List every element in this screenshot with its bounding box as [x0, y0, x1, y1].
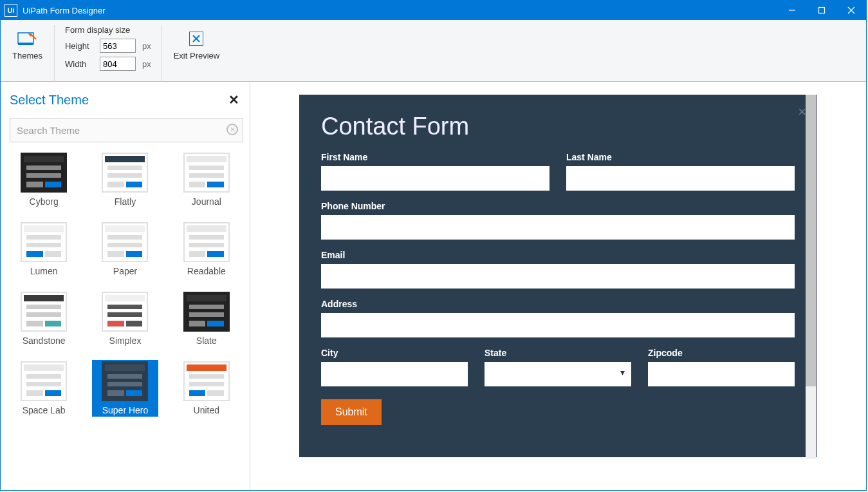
form-preview: × Contact Form First Name Last Name Phon… — [299, 95, 817, 457]
address-label: Address — [321, 299, 795, 309]
theme-item-paper[interactable]: Paper — [92, 221, 158, 278]
email-label: Email — [321, 250, 795, 260]
svg-rect-5 — [18, 43, 33, 45]
theme-item-cyborg[interactable]: Cyborg — [11, 151, 77, 208]
close-icon — [847, 6, 855, 14]
search-theme-input[interactable] — [10, 118, 243, 142]
email-input[interactable] — [321, 264, 795, 289]
zipcode-input[interactable] — [648, 362, 795, 386]
theme-item-united[interactable]: United — [174, 360, 239, 417]
maximize-button[interactable] — [807, 1, 836, 20]
minimize-button[interactable] — [777, 1, 807, 20]
exit-preview-icon — [189, 32, 203, 46]
titlebar: Ui UiPath Form Designer — [1, 1, 866, 20]
minimize-icon — [788, 6, 796, 14]
theme-name: Space Lab — [23, 405, 66, 415]
theme-name: Sandstone — [23, 336, 66, 346]
exit-preview-button[interactable]: Exit Preview — [162, 25, 232, 61]
last-name-input[interactable] — [566, 166, 795, 191]
theme-item-sandstone[interactable]: Sandstone — [11, 290, 77, 347]
zipcode-label: Zipcode — [648, 348, 795, 358]
theme-name: Simplex — [109, 336, 142, 346]
city-input[interactable] — [321, 362, 468, 386]
submit-button[interactable]: Submit — [321, 399, 382, 425]
theme-item-journal[interactable]: Journal — [174, 151, 239, 208]
uipath-logo-icon: Ui — [5, 4, 17, 17]
maximize-icon — [818, 6, 826, 14]
theme-list-scroll[interactable]: Cyborg Flatly Journal Lumen Paper Readab… — [10, 149, 243, 484]
themes-icon — [17, 32, 37, 47]
address-input[interactable] — [321, 313, 795, 337]
form-size-heading: Form display size — [65, 25, 151, 35]
theme-name: Journal — [192, 196, 221, 207]
theme-sidebar: Select Theme ✕ ✕ Cyborg Flatly Journal L… — [1, 82, 250, 490]
px-unit: px — [142, 59, 151, 69]
theme-name: Cyborg — [30, 196, 59, 207]
width-label: Width — [65, 59, 93, 69]
themes-section: Themes — [1, 25, 55, 82]
app-window: Ui UiPath Form Designer Them — [0, 0, 867, 491]
city-label: City — [321, 348, 468, 358]
state-label: State — [485, 348, 631, 358]
px-unit: px — [142, 41, 151, 51]
theme-item-super-hero[interactable]: Super Hero — [92, 360, 158, 417]
phone-input[interactable] — [321, 215, 795, 240]
toolbar: Themes Form display size Height px Width… — [1, 20, 866, 82]
theme-name: Super Hero — [102, 405, 149, 415]
theme-item-slate[interactable]: Slate — [174, 290, 239, 347]
height-label: Height — [65, 41, 93, 51]
preview-scrollbar[interactable] — [806, 95, 816, 459]
theme-name: Slate — [196, 336, 217, 346]
theme-name: Readable — [187, 266, 226, 276]
theme-item-space-lab[interactable]: Space Lab — [11, 360, 77, 417]
last-name-label: Last Name — [566, 152, 795, 162]
theme-item-flatly[interactable]: Flatly — [92, 151, 158, 208]
clear-search-icon[interactable]: ✕ — [226, 124, 238, 135]
theme-name: Flatly — [115, 196, 136, 207]
svg-rect-1 — [819, 8, 825, 14]
exit-preview-label: Exit Preview — [174, 51, 220, 61]
form-size-section: Form display size Height px Width px — [55, 25, 162, 82]
theme-item-simplex[interactable]: Simplex — [92, 290, 158, 347]
sidebar-title: Select Theme — [10, 93, 89, 108]
height-input[interactable] — [100, 39, 136, 53]
main-area: Select Theme ✕ ✕ Cyborg Flatly Journal L… — [1, 82, 866, 490]
first-name-input[interactable] — [321, 166, 549, 191]
theme-name: Paper — [113, 266, 137, 276]
phone-label: Phone Number — [321, 201, 795, 211]
themes-label: Themes — [12, 51, 42, 61]
window-title: UiPath Form Designer — [23, 6, 777, 15]
window-controls — [777, 1, 866, 20]
theme-name: United — [194, 405, 219, 415]
theme-grid: Cyborg Flatly Journal Lumen Paper Readab… — [10, 149, 241, 423]
theme-name: Lumen — [30, 266, 58, 276]
theme-item-lumen[interactable]: Lumen — [11, 221, 77, 278]
theme-item-readable[interactable]: Readable — [174, 221, 239, 278]
sidebar-close-icon[interactable]: ✕ — [228, 92, 239, 108]
first-name-label: First Name — [321, 152, 549, 162]
form-title: Contact Form — [321, 113, 795, 140]
close-button[interactable] — [836, 1, 866, 20]
width-input[interactable] — [100, 57, 136, 71]
state-select[interactable] — [485, 362, 631, 386]
preview-area: × Contact Form First Name Last Name Phon… — [250, 82, 866, 490]
themes-button[interactable]: Themes — [12, 25, 42, 61]
